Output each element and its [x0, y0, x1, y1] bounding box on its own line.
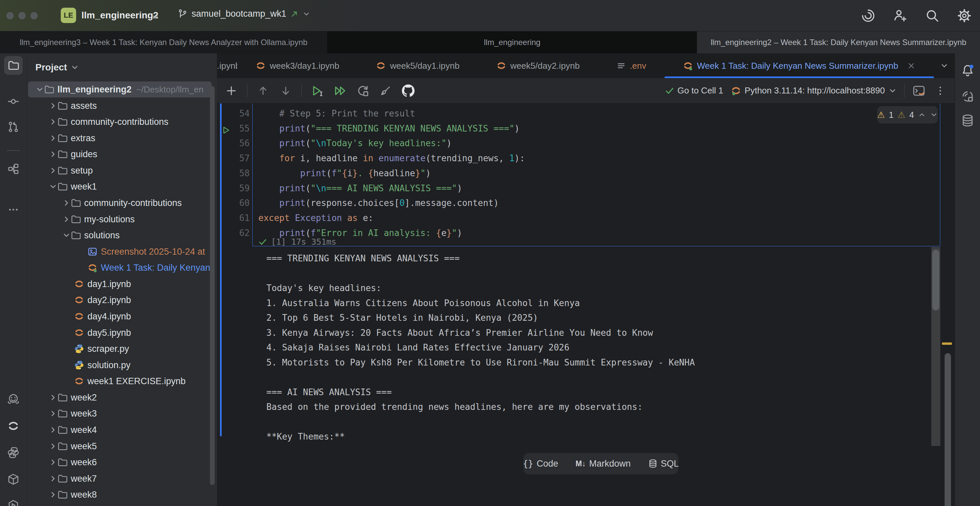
- move-cell-up-icon[interactable]: [256, 84, 270, 98]
- next-problem-icon[interactable]: [930, 111, 938, 119]
- project-tree-scrollbar[interactable]: [210, 86, 215, 485]
- tree-item-day5-ipynb[interactable]: day5.ipynb: [28, 325, 212, 341]
- chevron-down-icon[interactable]: [151, 13, 159, 21]
- tree-item-extras[interactable]: extras: [28, 130, 212, 146]
- notebook-view[interactable]: 54 # Step 5: Print the result55 print("=…: [217, 103, 955, 506]
- restart-kernel-icon[interactable]: [356, 84, 370, 98]
- editor-tab[interactable]: .env: [598, 53, 665, 78]
- ai-assistant-icon[interactable]: [861, 8, 876, 23]
- tree-item-week1-exercise-ipynb[interactable]: week1 EXERCISE.ipynb: [28, 373, 212, 389]
- gear-icon[interactable]: [957, 8, 972, 23]
- tree-item-week6[interactable]: week6: [28, 454, 212, 470]
- chevron-right-icon: [49, 442, 57, 450]
- services-tool-icon[interactable]: [4, 496, 23, 506]
- hidden-tabs-chevron[interactable]: [934, 53, 955, 78]
- python-packages-tool-icon[interactable]: [4, 443, 23, 462]
- tree-item-week5[interactable]: week5: [28, 438, 212, 454]
- tree-item-assets[interactable]: assets: [28, 98, 212, 114]
- editor-tab[interactable]: week3/day1.ipynb: [237, 53, 358, 78]
- prev-problem-icon[interactable]: [918, 111, 926, 119]
- tree-item-community-contributions[interactable]: community-contributions: [28, 114, 212, 130]
- notifications-bell-icon[interactable]: [960, 63, 975, 78]
- add-user-icon[interactable]: [892, 8, 908, 23]
- code-line[interactable]: 60 print(response.choices[0].message.con…: [217, 196, 938, 211]
- more-tools-icon[interactable]: [4, 200, 23, 219]
- window-tab[interactable]: llm_engineering: [328, 31, 697, 53]
- add-markdown-cell-button[interactable]: M↓ Markdown: [567, 453, 639, 474]
- code-line[interactable]: 58 print(f"{i}. {headline}"): [217, 166, 938, 181]
- project-name[interactable]: llm_engineering2: [81, 10, 158, 21]
- window-tab[interactable]: llm_engineering2 – Week 1 Task: Daily Ke…: [697, 31, 980, 53]
- add-sql-cell-button[interactable]: SQL: [640, 453, 687, 474]
- tree-item-week3[interactable]: week3: [28, 406, 212, 422]
- tree-item-week8[interactable]: week8: [28, 487, 212, 503]
- tree-item-week4[interactable]: week4: [28, 422, 212, 438]
- move-cell-down-icon[interactable]: [279, 84, 293, 98]
- add-code-cell-button[interactable]: {} Code: [514, 453, 567, 474]
- close-icon[interactable]: [907, 61, 916, 70]
- chevron-down-icon: [35, 85, 44, 94]
- tree-item-week-1-task-daily-kenyan[interactable]: Week 1 Task: Daily Kenyan: [28, 260, 212, 276]
- window-minimize-button[interactable]: [18, 12, 26, 19]
- tree-item-llm-engineering2[interactable]: llm_engineering2~/Desktop/llm_en: [28, 81, 212, 97]
- editor-tab[interactable]: Week 1 Task: Daily Kenyan News Summarize…: [665, 53, 934, 78]
- huggingface-tool-icon[interactable]: [4, 390, 23, 409]
- tree-item-my-solutions[interactable]: my-solutions: [28, 211, 212, 227]
- editor-tab[interactable]: .ipynb: [217, 53, 237, 78]
- tree-item-week7[interactable]: week7: [28, 471, 212, 487]
- tree-item-scraper-py[interactable]: scraper.py: [28, 341, 212, 357]
- run-cell-icon[interactable]: [310, 84, 325, 98]
- window-tab[interactable]: llm_engineering3 – Week 1 Task: Kenyan D…: [0, 31, 328, 53]
- clear-outputs-icon[interactable]: [379, 84, 393, 98]
- tree-item-week2[interactable]: week2: [28, 390, 212, 406]
- tree-item-day1-ipynb[interactable]: day1.ipynb: [28, 276, 212, 292]
- commit-tool-icon[interactable]: [4, 92, 23, 111]
- error-stripe-warning-mark[interactable]: [942, 342, 952, 345]
- structure-tool-icon[interactable]: [4, 159, 23, 178]
- output-line: 3. Kenya Airways: 20 Facts About Africa’…: [266, 325, 695, 341]
- jupyter-console-icon[interactable]: [912, 84, 926, 98]
- more-options-icon[interactable]: [933, 84, 947, 98]
- tree-item-week1[interactable]: week1: [28, 178, 212, 194]
- database-icon: [648, 459, 657, 468]
- add-cell-icon[interactable]: [224, 84, 238, 98]
- code-line[interactable]: 57 for i, headline in enumerate(trending…: [217, 151, 938, 166]
- tree-item-env[interactable]: .env: [28, 503, 212, 506]
- github-icon[interactable]: [401, 84, 415, 98]
- code-line[interactable]: 61except Exception as e:: [217, 211, 938, 226]
- tree-item-solution-py[interactable]: solution.py: [28, 357, 212, 373]
- project-tool-icon[interactable]: [4, 56, 23, 75]
- editor-scrollbar-thumb[interactable]: [945, 353, 951, 506]
- code-line[interactable]: 56 print("\nToday's key headlines:"): [217, 136, 938, 151]
- packages-tool-icon[interactable]: [4, 470, 23, 488]
- chevron-down-icon[interactable]: [302, 10, 310, 18]
- ai-chat-icon[interactable]: [960, 89, 975, 104]
- tree-item-setup[interactable]: setup: [28, 162, 212, 178]
- database-tool-icon[interactable]: [960, 113, 975, 128]
- code-line[interactable]: 59 print("\n=== AI NEWS ANALYSIS ==="): [217, 181, 938, 196]
- goto-cell-button[interactable]: Go to Cell 1: [665, 86, 723, 96]
- title-bar: LE llm_engineering2 samuel_bootcamp_wk1: [0, 0, 980, 31]
- editor-tab[interactable]: week5/day1.ipynb: [358, 53, 478, 78]
- tree-item-screenshot-2025-10-24-at[interactable]: Screenshot 2025-10-24 at: [28, 243, 212, 260]
- inspection-widget[interactable]: ⚠ 1 ⚠ 4: [877, 106, 938, 124]
- tree-item-community-contributions[interactable]: community-contributions: [28, 195, 212, 211]
- window-close-button[interactable]: [6, 12, 14, 19]
- search-icon[interactable]: [924, 8, 940, 23]
- tree-item-guides[interactable]: guides: [28, 146, 212, 162]
- jupyter-running-icon: [88, 263, 97, 273]
- project-panel-header[interactable]: Project: [35, 62, 79, 73]
- output-scrollbar-thumb[interactable]: [932, 250, 939, 310]
- jupyter-tool-icon[interactable]: [4, 417, 23, 435]
- tree-item-solutions[interactable]: solutions: [28, 227, 212, 243]
- run-all-cells-icon[interactable]: [333, 84, 347, 98]
- code-line[interactable]: 54 # Step 5: Print the result: [217, 106, 938, 121]
- branch-widget[interactable]: samuel_bootcamp_wk1: [178, 9, 310, 19]
- tree-item-day2-ipynb[interactable]: day2.ipynb: [28, 292, 212, 308]
- window-zoom-button[interactable]: [30, 12, 38, 19]
- pull-requests-tool-icon[interactable]: [4, 118, 23, 136]
- code-line[interactable]: 55 print("=== TRENDING KENYAN NEWS ANALY…: [217, 121, 938, 136]
- tree-item-day4-ipynb[interactable]: day4.ipynb: [28, 309, 212, 325]
- interpreter-selector[interactable]: Python 3.11.14: http://localhost:8890: [731, 86, 897, 96]
- editor-tab[interactable]: week5/day2.ipynb: [478, 53, 598, 78]
